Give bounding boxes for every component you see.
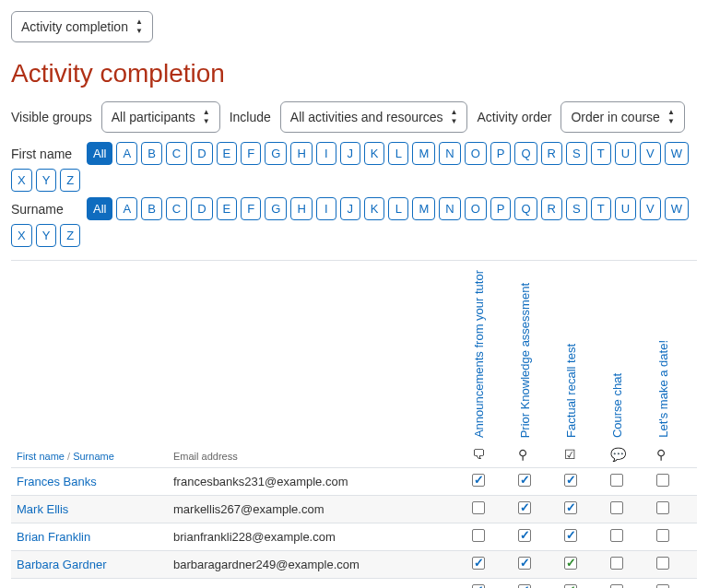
completion-table: First name / Surname Email address Annou… <box>11 260 697 588</box>
col-header-surname-link[interactable]: Surname <box>73 451 114 462</box>
firstname-alpha-letter[interactable]: V <box>640 142 661 165</box>
firstname-alpha-letter[interactable]: C <box>166 142 187 165</box>
activity-link[interactable]: Prior Knowledge assessment <box>518 279 532 441</box>
firstname-alpha-letter[interactable]: F <box>241 142 261 165</box>
firstname-alpha-letter[interactable]: W <box>665 142 689 165</box>
completion-cell[interactable] <box>651 579 697 588</box>
firstname-alpha-letter[interactable]: S <box>566 142 587 165</box>
surname-alpha-letter[interactable]: K <box>364 197 385 220</box>
completion-cell[interactable] <box>651 468 697 496</box>
firstname-alpha-letter[interactable]: J <box>340 142 360 165</box>
surname-alpha-letter[interactable]: P <box>490 197 512 220</box>
surname-alpha-letter[interactable]: R <box>541 197 562 220</box>
firstname-alpha-letter[interactable]: M <box>412 142 435 165</box>
checkbox-unchecked-icon <box>656 557 669 570</box>
firstname-alpha-letter[interactable]: N <box>439 142 460 165</box>
user-link[interactable]: Mark Ellis <box>17 502 68 516</box>
surname-alpha-letter[interactable]: O <box>465 197 487 220</box>
firstname-alpha-letter[interactable]: H <box>290 142 312 165</box>
surname-alpha-letter[interactable]: A <box>116 197 137 220</box>
surname-alpha-letter[interactable]: Y <box>36 224 57 247</box>
completion-cell[interactable] <box>466 468 513 496</box>
surname-alpha-all[interactable]: All <box>87 197 112 220</box>
firstname-alpha-letter[interactable]: O <box>465 142 487 165</box>
completion-cell[interactable] <box>605 468 651 496</box>
completion-cell[interactable] <box>559 468 605 496</box>
surname-alpha-letter[interactable]: M <box>412 197 435 220</box>
firstname-alpha-letter[interactable]: U <box>615 142 636 165</box>
completion-cell[interactable] <box>466 579 513 588</box>
firstname-alpha-letter[interactable]: B <box>141 142 162 165</box>
firstname-alpha-letter[interactable]: X <box>11 169 32 192</box>
firstname-alpha-letter[interactable]: Z <box>60 169 80 192</box>
firstname-alpha-letter[interactable]: D <box>191 142 212 165</box>
completion-cell[interactable] <box>513 579 559 588</box>
col-header-email: Email address <box>168 261 466 468</box>
firstname-alpha-letter[interactable]: I <box>316 142 336 165</box>
include-select[interactable]: All activities and resources <box>280 101 468 133</box>
page-action-select[interactable]: Activity completion <box>11 11 153 42</box>
surname-alpha-letter[interactable]: F <box>241 197 261 220</box>
completion-cell[interactable] <box>651 496 697 523</box>
completion-cell[interactable] <box>651 523 697 551</box>
surname-alpha-letter[interactable]: L <box>388 197 408 220</box>
activity-order-select[interactable]: Order in course <box>560 101 684 133</box>
surname-alpha-letter[interactable]: B <box>141 197 162 220</box>
activity-link[interactable]: Course chat <box>610 370 624 441</box>
activity-link[interactable]: Let's make a date! <box>656 336 670 441</box>
user-link[interactable]: Frances Banks <box>17 475 97 488</box>
completion-cell[interactable] <box>559 579 605 588</box>
firstname-alpha-all[interactable]: All <box>87 142 112 165</box>
completion-cell[interactable] <box>559 551 605 579</box>
completion-cell[interactable] <box>513 468 559 496</box>
completion-cell[interactable] <box>651 551 697 579</box>
surname-alpha-letter[interactable]: I <box>316 197 336 220</box>
firstname-alpha-letter[interactable]: K <box>364 142 385 165</box>
firstname-alpha-letter[interactable]: Q <box>514 142 537 165</box>
completion-cell[interactable] <box>513 496 559 523</box>
completion-cell[interactable] <box>513 523 559 551</box>
completion-cell[interactable] <box>513 551 559 579</box>
surname-alpha-letter[interactable]: C <box>166 197 187 220</box>
surname-alpha-letter[interactable]: G <box>265 197 287 220</box>
name-cell: Frances Banks <box>11 468 168 496</box>
surname-alpha-letter[interactable]: E <box>217 197 238 220</box>
completion-cell[interactable] <box>559 523 605 551</box>
completion-cell[interactable] <box>605 523 651 551</box>
surname-alpha-letter[interactable]: Z <box>60 224 80 247</box>
firstname-alpha-letter[interactable]: P <box>490 142 512 165</box>
completion-cell[interactable] <box>605 496 651 523</box>
surname-alpha-letter[interactable]: N <box>439 197 460 220</box>
firstname-alpha-letter[interactable]: G <box>265 142 287 165</box>
firstname-alpha-letter[interactable]: E <box>217 142 238 165</box>
completion-cell[interactable] <box>605 579 651 588</box>
completion-cell[interactable] <box>605 551 651 579</box>
firstname-alpha-letter[interactable]: A <box>116 142 137 165</box>
surname-alpha-letter[interactable]: U <box>615 197 636 220</box>
checkbox-checked-icon <box>564 584 577 588</box>
surname-alpha-letter[interactable]: S <box>566 197 587 220</box>
completion-cell[interactable] <box>466 523 513 551</box>
firstname-alpha-letter[interactable]: L <box>388 142 408 165</box>
surname-alpha-letter[interactable]: Q <box>514 197 537 220</box>
surname-alpha-letter[interactable]: V <box>640 197 661 220</box>
surname-alpha-letter[interactable]: X <box>11 224 32 247</box>
surname-alpha-letter[interactable]: D <box>191 197 212 220</box>
col-header-firstname-link[interactable]: First name <box>17 451 65 462</box>
visible-groups-select[interactable]: All participants <box>101 101 220 133</box>
user-link[interactable]: Barbara Gardner <box>17 558 107 571</box>
activity-link[interactable]: Factual recall test <box>564 340 578 441</box>
activity-link[interactable]: Announcements from your tutor <box>472 266 486 441</box>
surname-alpha-letter[interactable]: H <box>290 197 312 220</box>
user-link[interactable]: Brian Franklin <box>17 530 90 544</box>
completion-cell[interactable] <box>559 496 605 523</box>
surname-alpha-letter[interactable]: W <box>665 197 689 220</box>
completion-cell[interactable] <box>466 551 513 579</box>
surname-alpha-letter[interactable]: T <box>591 197 611 220</box>
completion-cell[interactable] <box>466 496 513 523</box>
checkbox-unchecked-icon <box>656 529 669 542</box>
firstname-alpha-letter[interactable]: T <box>591 142 611 165</box>
firstname-alpha-letter[interactable]: R <box>541 142 562 165</box>
firstname-alpha-letter[interactable]: Y <box>36 169 57 192</box>
surname-alpha-letter[interactable]: J <box>340 197 360 220</box>
